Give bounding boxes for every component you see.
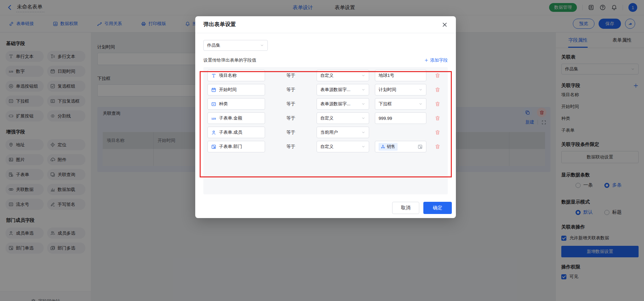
mapping-row-1: 项目名称 等于 自定义 <box>207 70 444 81</box>
popup-form-settings-modal: 弹出表单设置 作品集 设置传给弹出表单的字段值 添加字段 项目名称 等于 自定义 <box>195 16 456 218</box>
operator-label: 等于 <box>265 129 317 135</box>
source-select[interactable]: 自定义 <box>317 112 369 124</box>
value-input[interactable] <box>375 112 426 124</box>
field-name-box[interactable]: 种类 <box>207 98 265 110</box>
department-picker-icon[interactable] <box>418 144 423 149</box>
source-value: 自定义 <box>320 144 334 150</box>
chevron-down-icon <box>361 145 365 149</box>
chevron-down-icon <box>361 102 365 106</box>
member-icon <box>211 130 216 135</box>
field-name-box[interactable]: 子表单.成员 <box>207 127 265 138</box>
source-select[interactable]: 自定义 <box>317 141 369 152</box>
modal-footer: 取消 确定 <box>195 198 456 218</box>
field-mapping-panel: 项目名称 等于 自定义 7开始时间 等于 表单源数据字... 计划时间 种类 等… <box>203 67 448 194</box>
chevron-down-icon <box>419 88 423 92</box>
chevron-down-icon <box>361 130 365 134</box>
source-value: 表单源数据字... <box>320 101 350 107</box>
department-icon <box>211 144 216 149</box>
trash-icon[interactable] <box>435 115 440 121</box>
operator-label: 等于 <box>265 87 317 93</box>
operator-label: 等于 <box>265 115 317 121</box>
form-designer-app: 未命名表单 表单设计 表单设置 数据管理 1 表单链接 数据权限 引用关系 打印… <box>0 0 644 301</box>
source-value: 表单源数据字... <box>320 87 350 93</box>
svg-text:7: 7 <box>213 89 214 91</box>
field-name: 子表单.部门 <box>219 144 242 150</box>
chevron-down-icon <box>361 73 365 78</box>
source-value: 当前用户 <box>320 129 338 135</box>
field-name-box[interactable]: 123子表单.金额 <box>207 112 265 124</box>
mapping-row-6: 子表单.部门 等于 自定义 销售 <box>207 141 444 152</box>
source-select[interactable]: 自定义 <box>317 70 369 81</box>
date-icon: 7 <box>211 87 216 92</box>
source-select[interactable]: 当前用户 <box>317 127 369 138</box>
target-form-select[interactable]: 作品集 <box>203 40 268 51</box>
trash-icon[interactable] <box>435 130 440 135</box>
number-icon: 123 <box>211 116 216 121</box>
mapping-row-5: 子表单.成员 等于 当前用户 <box>207 127 444 138</box>
value-text: 计划时间 <box>379 87 396 93</box>
svg-text:123: 123 <box>211 117 216 120</box>
select-icon <box>211 102 216 107</box>
modal-title: 弹出表单设置 <box>203 21 236 28</box>
target-form-value: 作品集 <box>207 42 220 48</box>
source-value: 自定义 <box>320 72 334 79</box>
add-field-button[interactable]: 添加字段 <box>424 57 448 63</box>
value-input[interactable] <box>375 70 426 81</box>
org-icon <box>381 145 385 149</box>
trash-icon[interactable] <box>435 144 440 149</box>
plus-icon <box>424 58 428 62</box>
trash-icon[interactable] <box>435 101 440 107</box>
value-select[interactable]: 下拉框 <box>375 98 426 110</box>
close-icon[interactable] <box>442 22 448 28</box>
value-text: 下拉框 <box>379 101 392 107</box>
operator-label: 等于 <box>265 72 317 79</box>
department-value-box[interactable]: 销售 <box>375 141 426 152</box>
chevron-down-icon <box>361 116 365 120</box>
operator-label: 等于 <box>265 144 317 150</box>
text-icon <box>211 73 216 78</box>
field-name: 开始时间 <box>219 87 237 93</box>
section-title: 设置传给弹出表单的字段值 <box>203 57 256 63</box>
field-name: 种类 <box>219 101 228 107</box>
field-name-box[interactable]: 子表单.部门 <box>207 141 265 152</box>
field-name: 子表单.金额 <box>219 115 242 121</box>
mapping-row-2: 7开始时间 等于 表单源数据字... 计划时间 <box>207 84 444 95</box>
confirm-button[interactable]: 确定 <box>423 202 452 214</box>
field-name-box[interactable]: 7开始时间 <box>207 84 265 95</box>
source-select[interactable]: 表单源数据字... <box>317 98 369 110</box>
section-header: 设置传给弹出表单的字段值 添加字段 <box>203 57 448 64</box>
mapping-row-3: 种类 等于 表单源数据字... 下拉框 <box>207 98 444 110</box>
modal-body: 作品集 设置传给弹出表单的字段值 添加字段 项目名称 等于 自定义 7开始时间 … <box>195 33 456 194</box>
modal-header: 弹出表单设置 <box>195 16 456 33</box>
field-name-box[interactable]: 项目名称 <box>207 70 265 81</box>
chevron-down-icon <box>260 43 264 47</box>
cancel-button[interactable]: 取消 <box>392 202 419 214</box>
tag-label: 销售 <box>387 144 395 150</box>
value-select[interactable]: 计划时间 <box>375 84 426 95</box>
mapping-row-4: 123子表单.金额 等于 自定义 <box>207 112 444 124</box>
operator-label: 等于 <box>265 101 317 107</box>
trash-icon[interactable] <box>435 87 440 92</box>
department-tag[interactable]: 销售 <box>379 143 398 151</box>
trash-icon[interactable] <box>435 73 440 78</box>
source-select[interactable]: 表单源数据字... <box>317 84 369 95</box>
chevron-down-icon <box>361 88 365 92</box>
field-name: 子表单.成员 <box>219 129 242 135</box>
source-value: 自定义 <box>320 115 334 121</box>
field-name: 项目名称 <box>219 72 237 79</box>
chevron-down-icon <box>419 102 423 106</box>
